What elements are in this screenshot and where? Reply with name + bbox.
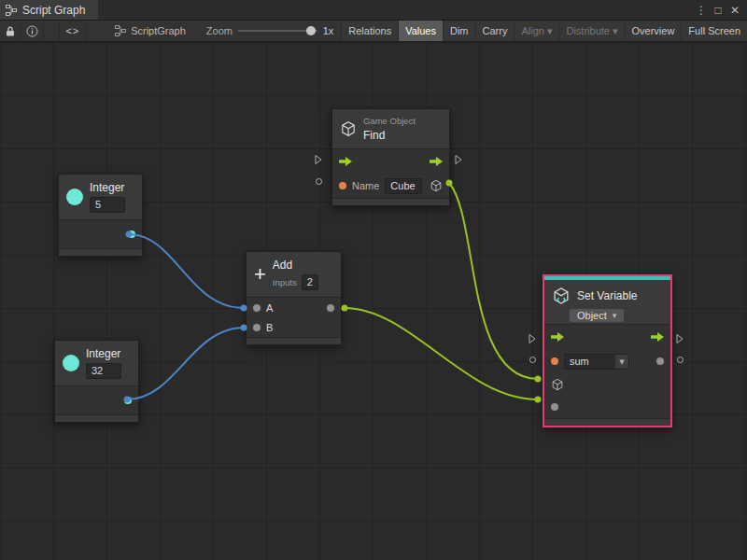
node-add[interactable]: + Add Inputs 2 A B (246, 251, 342, 345)
window-titlebar: Script Graph ⋮ □ ✕ (0, 0, 747, 21)
graph-toolbar: <> ScriptGraph Zoom 1x Relations Values … (0, 21, 747, 42)
setvar-output-connector[interactable] (677, 357, 684, 363)
node-integer-5[interactable]: Integer 5 (58, 174, 143, 257)
node-title: Find (363, 129, 416, 142)
wire-add-to-setvariable-value[interactable] (345, 308, 538, 399)
align-button[interactable]: Align ▾ (514, 21, 558, 41)
variable-name-port[interactable] (551, 357, 558, 365)
info-icon (26, 25, 38, 37)
node-footer (544, 418, 670, 426)
name-value-field[interactable]: Cube (385, 178, 422, 194)
set-variable-icon (552, 287, 571, 305)
find-value-connector[interactable] (316, 178, 322, 185)
script-graph-icon (6, 5, 17, 16)
lock-icon (6, 26, 15, 36)
port-label-b: B (266, 322, 273, 333)
tab-script-graph[interactable]: Script Graph (0, 0, 98, 20)
add-input-a-port[interactable] (253, 304, 261, 312)
flow-out-port[interactable] (430, 157, 443, 166)
port-label-a: A (266, 302, 273, 314)
variable-name-dropdown[interactable]: sum ▾ (564, 354, 629, 370)
find-flow-in-connector[interactable] (315, 154, 322, 165)
flow-out-port[interactable] (651, 332, 664, 342)
variable-name-value: sum (565, 356, 615, 367)
gameobject-cube-icon (340, 120, 357, 137)
info-button[interactable] (21, 21, 43, 41)
overview-button[interactable]: Overview (625, 21, 682, 41)
add-icon: + (254, 265, 266, 284)
wire-integer32-to-add-b[interactable] (127, 328, 244, 399)
values-button[interactable]: Values (398, 21, 443, 41)
node-set-variable[interactable]: Set Variable Object ▾ sum ▾ (543, 274, 672, 427)
relations-button[interactable]: Relations (341, 21, 398, 41)
flow-in-port[interactable] (551, 332, 564, 342)
tab-title: Script Graph (22, 4, 85, 17)
wire-integer5-to-add-a[interactable] (129, 234, 244, 308)
carry-button[interactable]: Carry (475, 21, 514, 41)
integer-type-icon (66, 189, 83, 205)
zoom-slider-handle[interactable] (306, 26, 316, 35)
lock-button[interactable] (0, 21, 21, 41)
code-view-button[interactable]: <> (59, 21, 88, 41)
close-button[interactable]: ✕ (726, 0, 743, 21)
node-category: Game Object (363, 116, 416, 126)
name-input-port[interactable] (339, 182, 346, 189)
node-footer (332, 198, 449, 205)
gameobject-output-port[interactable] (430, 179, 443, 192)
integer-value-field[interactable]: 5 (90, 197, 125, 213)
setvar-flow-in-connector[interactable] (529, 333, 536, 344)
dim-button[interactable]: Dim (443, 21, 475, 41)
zoom-label: Zoom (206, 21, 233, 41)
integer-value-field[interactable]: 32 (86, 363, 121, 379)
distribute-button[interactable]: Distribute ▾ (558, 21, 624, 41)
scope-dropdown[interactable]: Object ▾ (544, 307, 670, 324)
code-icon: <> (65, 25, 79, 36)
zoom-slider-track (238, 30, 317, 32)
node-title: Integer (86, 347, 121, 360)
graph-canvas[interactable]: Integer 5 Integer 32 + (0, 42, 747, 560)
add-result-port[interactable] (327, 304, 334, 312)
flow-in-port[interactable] (339, 157, 352, 166)
node-footer (247, 337, 341, 344)
zoom-slider[interactable] (238, 21, 317, 41)
node-footer (55, 414, 138, 422)
add-input-b-port[interactable] (253, 324, 261, 331)
node-title: Set Variable (577, 289, 637, 302)
graph-asset-icon (115, 25, 126, 36)
graph-breadcrumb[interactable]: ScriptGraph (106, 21, 195, 41)
maximize-button[interactable]: □ (710, 0, 726, 21)
graph-name-label: ScriptGraph (131, 25, 186, 36)
wire-find-to-setvariable-object[interactable] (449, 183, 538, 379)
name-label: Name (352, 180, 379, 191)
node-title: Add (273, 259, 318, 272)
kebab-menu-button[interactable]: ⋮ (693, 0, 710, 21)
wire-endpoint (535, 397, 542, 403)
variable-output-port[interactable] (656, 357, 664, 365)
node-gameobject-find[interactable]: Game Object Find Name Cube (331, 108, 450, 206)
fullscreen-button[interactable]: Full Screen (681, 21, 747, 41)
node-footer (59, 248, 142, 256)
toolbar-button-group: Relations Values Dim Carry Align ▾ Distr… (341, 21, 747, 41)
node-title: Integer (90, 181, 125, 194)
node-integer-32[interactable]: Integer 32 (54, 340, 139, 423)
zoom-value: 1x (323, 21, 334, 41)
chevron-down-icon: ▾ (615, 355, 628, 369)
window-controls: ⋮ □ ✕ (693, 0, 747, 20)
integer-output-port[interactable] (124, 397, 132, 404)
wire-endpoint (342, 305, 348, 312)
inputs-count-field[interactable]: 2 (302, 274, 318, 290)
setvar-value-connector[interactable] (529, 357, 536, 363)
value-input-port[interactable] (551, 403, 558, 411)
wire-endpoint (535, 376, 542, 383)
integer-output-port[interactable] (128, 231, 135, 238)
scope-value: Object (577, 310, 607, 321)
object-input-port[interactable] (551, 378, 564, 391)
find-flow-out-connector[interactable] (455, 154, 462, 165)
setvar-flow-out-connector[interactable] (676, 333, 684, 344)
chevron-down-icon: ▾ (613, 311, 617, 320)
inputs-label: Inputs (273, 277, 297, 287)
integer-type-icon (63, 355, 79, 371)
